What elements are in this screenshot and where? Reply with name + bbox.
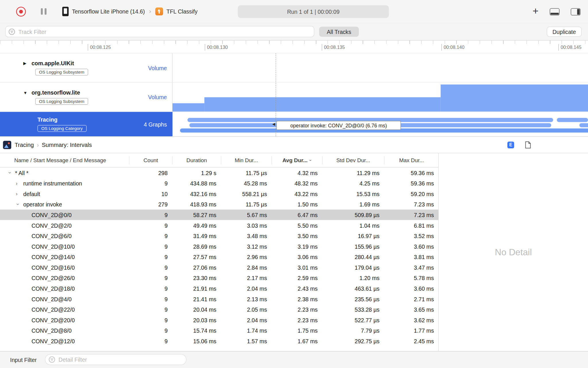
ruler-time-label: 00:08.125 <box>88 44 111 51</box>
row-avg: 1.50 ms <box>272 201 322 207</box>
expanded-detail-button[interactable]: E <box>507 141 514 148</box>
row-count: 9 <box>129 275 173 281</box>
table-row[interactable]: › runtime instrumentation 9 434.88 ms 45… <box>0 178 438 189</box>
table-row[interactable]: › operator invoke 279 418.93 ms 11.75 µs… <box>0 199 438 210</box>
track-label[interactable]: ▼ org.tensorflow.lite OS Logging Subsyst… <box>0 83 173 112</box>
row-min: 45.28 ms <box>221 180 272 186</box>
row-duration: 15.74 ms <box>173 327 221 334</box>
detail-filter-input[interactable] <box>58 356 186 363</box>
row-count: 9 <box>129 243 173 250</box>
column-header-max[interactable]: Max Dur... <box>384 156 439 164</box>
row-stddev: 292.75 µs <box>322 338 384 344</box>
row-disclosure-icon[interactable]: › <box>7 170 13 175</box>
table-row[interactable]: CONV_2D@2/0 9 49.49 ms 3.03 ms 5.50 ms 1… <box>0 220 438 231</box>
row-avg: 3.06 ms <box>272 254 322 260</box>
disclosure-expanded-icon[interactable]: ▼ <box>23 90 28 95</box>
row-count: 9 <box>129 285 173 292</box>
row-min: 2.04 ms <box>221 285 272 292</box>
ruler-time-label: 00:08.130 <box>205 44 228 51</box>
document-icon[interactable] <box>525 141 531 148</box>
row-stddev: 11.29 ms <box>322 170 384 176</box>
interval-bar[interactable] <box>579 123 588 127</box>
row-max: 3.62 ms <box>384 317 438 323</box>
track-label[interactable]: Tracing OS Logging Category 4 Graphs <box>0 112 173 136</box>
device-name[interactable]: Tensorflow Lite iPhone (14.6) <box>72 8 145 15</box>
track-row[interactable]: ▶ com.apple.UIKit OS Logging Subsystem V… <box>0 53 588 83</box>
disclosure-collapsed-icon[interactable]: ▶ <box>23 61 28 66</box>
pause-icon <box>45 8 47 15</box>
row-disclosure-icon[interactable]: › <box>16 202 22 207</box>
instruments-window: Tensorflow Lite iPhone (14.6) › TFL Clas… <box>0 0 588 368</box>
table-row[interactable]: CONV_2D@0/0 9 58.27 ms 5.67 ms 6.47 ms 5… <box>0 210 438 220</box>
row-count: 9 <box>129 264 173 271</box>
track-filter-input[interactable] <box>18 28 314 35</box>
track-name: com.apple.UIKit <box>32 60 74 66</box>
row-max: 3.52 ms <box>384 233 438 239</box>
column-header-count[interactable]: Count <box>129 156 173 164</box>
table-row[interactable]: CONV_2D@4/0 9 21.41 ms 2.13 ms 2.38 ms 2… <box>0 294 438 304</box>
column-header-min[interactable]: Min Dur... <box>221 156 272 164</box>
table-row[interactable]: › * All * 298 1.29 s 11.75 µs 4.32 ms 11… <box>0 168 438 178</box>
row-duration: 434.88 ms <box>173 180 221 186</box>
table-row[interactable]: CONV_2D@14/0 9 27.57 ms 2.96 ms 3.06 ms … <box>0 252 438 262</box>
table-row[interactable]: CONV_2D@10/0 9 28.69 ms 3.12 ms 3.19 ms … <box>0 241 438 252</box>
row-stddev: 522.77 µs <box>322 317 384 323</box>
iphone-icon <box>62 7 69 16</box>
detail-filter-field[interactable] <box>45 354 186 365</box>
row-disclosure-icon[interactable]: › <box>16 180 23 186</box>
intervals-graph[interactable]: ◀ operator invoke: CONV_2D@0/0 (6.76 ms) <box>173 112 588 136</box>
target-selector[interactable]: Tensorflow Lite iPhone (14.6) › TFL Clas… <box>62 7 198 16</box>
table-row[interactable]: › default 10 432.16 ms 558.21 µs 43.22 m… <box>0 189 438 199</box>
table-row[interactable]: CONV_2D@8/0 9 15.74 ms 1.74 ms 1.75 ms 7… <box>0 325 438 336</box>
row-avg: 2.38 ms <box>272 296 322 302</box>
column-header-name[interactable]: Name / Start Message / End Message <box>0 156 129 164</box>
column-header-avg[interactable]: Avg Dur...› <box>272 156 322 164</box>
row-duration: 49.49 ms <box>173 222 221 229</box>
no-detail-label: No Detail <box>495 247 532 258</box>
row-duration: 432.16 ms <box>173 191 221 197</box>
track-label[interactable]: ▶ com.apple.UIKit OS Logging Subsystem V… <box>0 53 173 82</box>
breadcrumb-tracing[interactable]: Tracing <box>15 141 34 148</box>
table-row[interactable]: CONV_2D@6/0 9 31.49 ms 3.48 ms 3.50 ms 1… <box>0 231 438 241</box>
row-max: 2.45 ms <box>384 338 438 344</box>
row-name: CONV_2D@12/0 <box>32 338 75 344</box>
row-min: 2.04 ms <box>221 317 272 323</box>
track-row[interactable]: ▼ org.tensorflow.lite OS Logging Subsyst… <box>0 83 588 112</box>
toolbar: Tensorflow Lite iPhone (14.6) › TFL Clas… <box>0 0 588 23</box>
interval-bar[interactable] <box>557 118 588 122</box>
record-button[interactable] <box>16 7 26 16</box>
table-row[interactable]: CONV_2D@18/0 9 21.91 ms 2.04 ms 2.43 ms … <box>0 283 438 294</box>
table-row[interactable]: CONV_2D@12/0 9 15.06 ms 1.57 ms 1.67 ms … <box>0 336 438 346</box>
table-row[interactable]: CONV_2D@22/0 9 20.04 ms 2.05 ms 2.23 ms … <box>0 304 438 315</box>
table-row[interactable]: CONV_2D@16/0 9 27.06 ms 2.84 ms 3.01 ms … <box>0 262 438 273</box>
track-row-selected[interactable]: Tracing OS Logging Category 4 Graphs ◀ o… <box>0 112 588 136</box>
row-min: 1.74 ms <box>221 327 272 334</box>
row-avg: 5.50 ms <box>272 222 322 229</box>
add-instrument-button[interactable]: + <box>533 6 539 16</box>
column-header-stddev[interactable]: Std Dev Dur... <box>322 156 384 164</box>
timeline-ruler[interactable]: 00:08.12500:08.13000:08.13500:08.14000:0… <box>0 41 588 53</box>
all-tracks-button[interactable]: All Tracks <box>319 27 359 37</box>
table-row[interactable]: CONV_2D@20/0 9 20.03 ms 2.04 ms 2.23 ms … <box>0 315 438 325</box>
row-name: CONV_2D@16/0 <box>32 264 75 271</box>
table-row[interactable]: CONV_2D@26/0 9 23.30 ms 2.17 ms 2.59 ms … <box>0 273 438 283</box>
ruler-time-label: 00:08.145 <box>558 44 581 51</box>
row-disclosure-icon[interactable]: › <box>16 191 23 197</box>
playhead-line[interactable] <box>276 53 276 136</box>
breadcrumb-summary[interactable]: Summary: Intervals <box>42 141 92 148</box>
column-header-duration[interactable]: Duration <box>173 156 221 164</box>
volume-graph[interactable] <box>173 83 588 112</box>
toggle-right-pane-button[interactable] <box>571 8 581 15</box>
row-name: CONV_2D@4/0 <box>32 296 72 302</box>
track-meta: Volume <box>148 94 167 100</box>
row-name: CONV_2D@26/0 <box>32 275 75 281</box>
pause-button[interactable] <box>41 8 47 15</box>
ruler-time-label: 00:08.135 <box>322 44 345 51</box>
track-filter-field[interactable] <box>5 26 314 37</box>
track-graph[interactable] <box>173 53 588 82</box>
target-name[interactable]: TFL Classify <box>167 8 198 15</box>
pause-icon <box>41 8 43 15</box>
row-max: 3.81 ms <box>384 254 438 260</box>
toggle-bottom-pane-button[interactable] <box>550 8 560 15</box>
duplicate-button[interactable]: Duplicate <box>547 27 581 37</box>
